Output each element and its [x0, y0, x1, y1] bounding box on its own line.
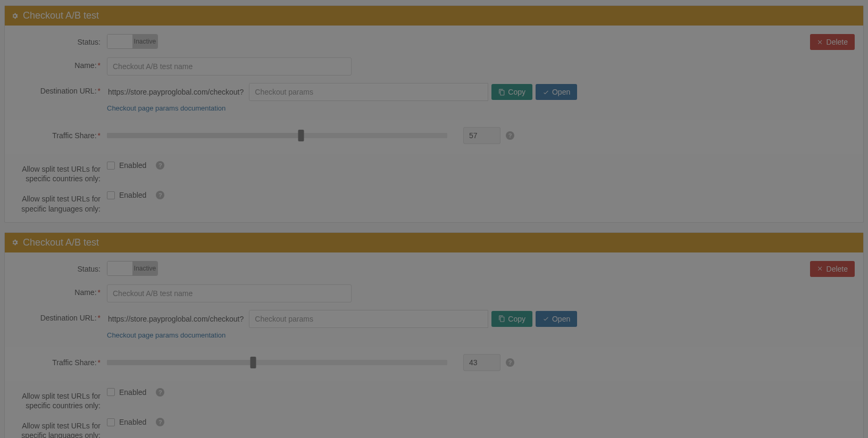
open-label: Open — [552, 88, 570, 96]
languages-label: Allow split test URLs for specific langu… — [13, 191, 107, 213]
gear-icon — [11, 12, 19, 20]
languages-checkbox[interactable] — [107, 191, 115, 199]
checkout-params-input[interactable] — [249, 83, 488, 101]
countries-enabled-label: Enabled — [119, 388, 146, 397]
check-icon — [542, 89, 549, 96]
copy-button[interactable]: Copy — [491, 84, 532, 100]
open-button[interactable]: Open — [536, 311, 577, 327]
url-prefix: https://store.payproglobal.com/checkout? — [107, 311, 249, 327]
open-button[interactable]: Open — [536, 84, 577, 100]
help-icon[interactable]: ? — [156, 161, 164, 170]
destination-url-label: Destination URL:* — [13, 310, 107, 323]
help-icon[interactable]: ? — [156, 191, 164, 199]
countries-checkbox[interactable] — [107, 388, 115, 396]
doc-link[interactable]: Checkout page params documentation — [107, 331, 226, 339]
slider-fill — [107, 133, 301, 138]
traffic-share-slider[interactable] — [107, 360, 447, 365]
languages-enabled-label: Enabled — [119, 418, 146, 426]
panel-title: Checkout A/B test — [23, 10, 99, 21]
name-label: Name:* — [13, 57, 107, 70]
traffic-share-row: Traffic Share:* ? — [5, 120, 863, 154]
help-icon[interactable]: ? — [506, 358, 514, 367]
url-prefix: https://store.payproglobal.com/checkout? — [107, 84, 249, 100]
slider-fill — [107, 360, 253, 365]
doc-link[interactable]: Checkout page params documentation — [107, 104, 226, 112]
ab-test-panel: Checkout A/B test Delete Status: Inactiv… — [4, 5, 864, 223]
languages-enabled-label: Enabled — [119, 191, 146, 199]
toggle-inactive: Inactive — [132, 262, 157, 275]
open-label: Open — [552, 315, 570, 323]
copy-icon — [498, 315, 505, 322]
countries-label: Allow split test URLs for specific count… — [13, 388, 107, 410]
panel-title: Checkout A/B test — [23, 237, 99, 248]
panel-header: Checkout A/B test — [5, 6, 863, 26]
traffic-share-label: Traffic Share:* — [13, 358, 107, 367]
help-icon[interactable]: ? — [506, 131, 514, 140]
toggle-blank — [107, 262, 132, 275]
status-label: Status: — [13, 261, 107, 274]
toggle-blank — [107, 35, 132, 48]
help-icon[interactable]: ? — [156, 388, 164, 397]
name-label: Name:* — [13, 284, 107, 297]
countries-enabled-label: Enabled — [119, 161, 146, 170]
name-input[interactable] — [107, 57, 352, 75]
countries-checkbox[interactable] — [107, 162, 115, 170]
traffic-share-label: Traffic Share:* — [13, 131, 107, 140]
checkout-params-input[interactable] — [249, 310, 488, 328]
traffic-share-slider[interactable] — [107, 133, 447, 138]
traffic-share-row: Traffic Share:* ? — [5, 347, 863, 381]
copy-label: Copy — [508, 88, 525, 96]
ab-test-panel: Checkout A/B test Delete Status: Inactiv… — [4, 232, 864, 438]
destination-url-label: Destination URL:* — [13, 83, 107, 96]
panel-header: Checkout A/B test — [5, 233, 863, 252]
help-icon[interactable]: ? — [156, 418, 164, 426]
traffic-share-value[interactable] — [463, 354, 500, 371]
check-icon — [542, 315, 549, 322]
languages-label: Allow split test URLs for specific langu… — [13, 418, 107, 438]
copy-label: Copy — [508, 315, 525, 323]
status-toggle[interactable]: Inactive — [107, 261, 158, 276]
countries-label: Allow split test URLs for specific count… — [13, 161, 107, 183]
status-toggle[interactable]: Inactive — [107, 34, 158, 49]
traffic-share-value[interactable] — [463, 127, 500, 144]
languages-checkbox[interactable] — [107, 418, 115, 426]
slider-thumb[interactable] — [251, 357, 256, 368]
toggle-inactive: Inactive — [132, 35, 157, 48]
gear-icon — [11, 239, 19, 246]
name-input[interactable] — [107, 284, 352, 302]
copy-button[interactable]: Copy — [491, 311, 532, 327]
copy-icon — [498, 89, 505, 96]
slider-thumb[interactable] — [298, 130, 304, 141]
status-label: Status: — [13, 34, 107, 47]
